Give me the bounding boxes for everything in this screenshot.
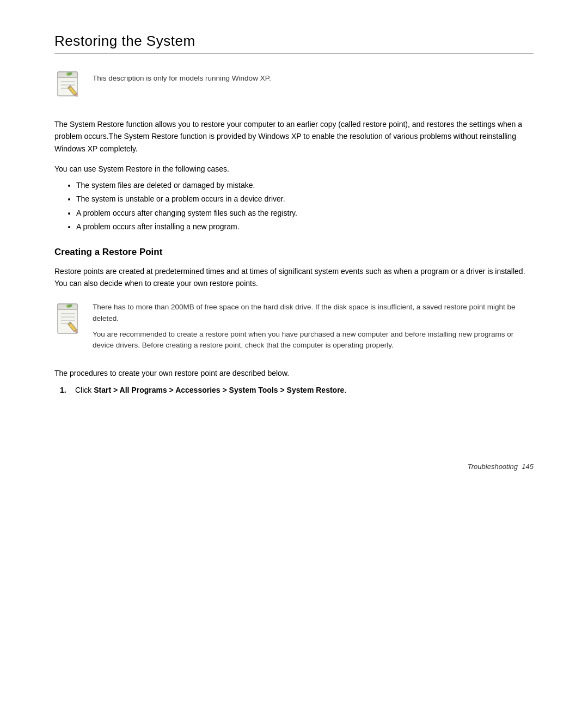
note-icon-1 [54,70,83,103]
bullet-list: The system files are deleted or damaged … [76,179,534,234]
footer-area: Troubleshooting 145 [54,462,534,471]
step-1: 1. Click Start > All Programs > Accessor… [60,384,534,397]
footer-label: Troubleshooting [468,462,518,471]
step-text: Click Start > All Programs > Accessories… [75,384,346,397]
step-suffix: . [344,386,346,394]
note-box-2: There has to more than 200MB of free spa… [54,302,534,356]
numbered-list: 1. Click Start > All Programs > Accessor… [60,384,534,397]
title-divider [54,53,534,53]
note-text-1: This description is only for models runn… [93,70,271,82]
section-heading: Creating a Restore Point [54,247,534,258]
note-text-block-2: There has to more than 200MB of free spa… [93,302,534,356]
step-prefix: Click [75,386,94,394]
note-icon-2 [54,302,83,340]
step-number: 1. [60,384,71,397]
list-item: The system is unstable or a problem occu… [76,192,534,206]
page-title: Restoring the System [54,33,534,50]
svg-point-20 [69,304,72,307]
step-bold: Start > All Programs > Accessories > Sys… [94,386,344,394]
page-content: Restoring the System [54,33,534,471]
svg-point-9 [69,72,72,75]
procedures-text: The procedures to create your own restor… [54,369,534,377]
list-item: A problem occurs after changing system f… [76,206,534,220]
footer-page-number: 145 [522,462,534,471]
note2-line1: There has to more than 200MB of free spa… [93,302,534,325]
use-cases-intro: You can use System Restore in the follow… [54,164,534,173]
list-item: A problem occurs after installing a new … [76,220,534,234]
footer-text: Troubleshooting 145 [468,462,534,471]
restore-point-intro: Restore points are created at predetermi… [54,265,534,290]
note-box-1: This description is only for models runn… [54,70,534,103]
note2-line2: You are recommended to create a restore … [93,329,534,352]
intro-paragraph: The System Restore function allows you t… [54,118,534,155]
list-item: The system files are deleted or damaged … [76,179,534,192]
